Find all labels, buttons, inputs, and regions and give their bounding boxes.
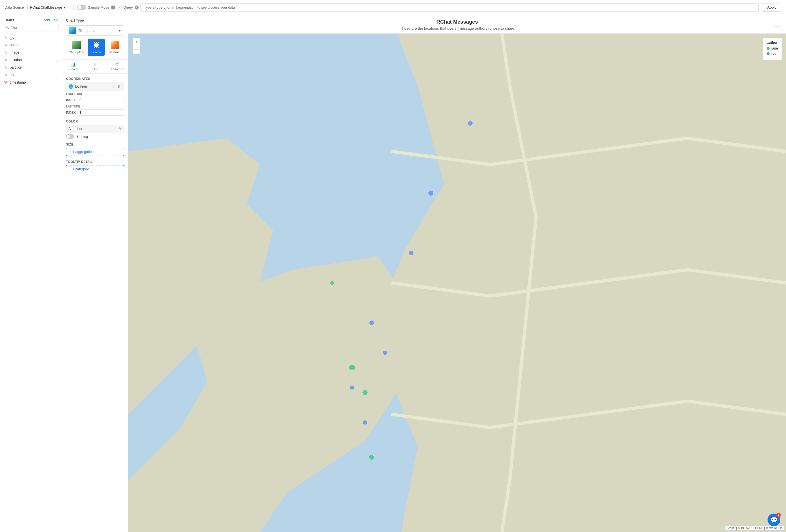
tab-filter[interactable]: ▽ Filter [84,59,106,73]
field-item-image[interactable]: A image [1,49,61,56]
size-group: Size + + aggregation [66,143,124,156]
map-point-7[interactable] [350,385,354,390]
heatmap-icon [111,41,119,49]
scatter-label: Scatter [91,50,101,54]
chat-icon: 💬 [770,516,778,523]
color-field-type-icon: A [68,126,71,131]
longitude-index-input[interactable] [77,97,125,103]
map-subtitle: These are the locations that users (mess… [134,26,780,30]
field-item-partition[interactable]: A partition [1,64,61,71]
latitude-group: LATITUDE INDEX [66,105,124,116]
binning-toggle[interactable] [66,134,74,139]
leaflet-link[interactable]: Leaflet [726,527,735,530]
size-plus-icon: + [69,150,71,154]
coordinates-group: Coordinates 🌐 location ⤢ 🗑 LONGITUDE IND… [66,77,124,116]
map-point-9[interactable] [363,420,368,425]
map-point-0[interactable] [468,121,473,126]
topbar: Data Source RChat.ChatMessage ▾ Sample M… [0,0,786,15]
query-label: Query [123,5,133,9]
field-type-icon-location: # [3,58,8,62]
zoom-out-button[interactable]: − [132,46,140,54]
chart-type-section: Chart Type Geospatial ▾ Choropleth Scatt… [62,15,128,59]
tooltip-add-category[interactable]: + + category [66,165,124,173]
field-array-icon-location: [] [56,58,58,62]
color-group: Color A author 🗑 Binning [66,120,124,139]
map-point-6[interactable] [349,364,355,371]
map-point-1[interactable] [428,190,434,196]
zoom-in-button[interactable]: + [132,38,140,46]
binning-row: Binning [66,134,124,139]
add-field-button[interactable]: + Add Field [41,18,58,22]
longitude-index-label: INDEX [66,98,76,102]
coordinates-field-tag: 🌐 location ⤢ 🗑 [66,82,124,91]
customize-tab-icon: ⚙ [115,62,119,67]
fields-search: 🔍 [3,24,59,31]
map-point-8[interactable] [362,390,368,395]
map-header: RChat Messages These are the locations t… [128,15,786,34]
map-attribution: Leaflet | © 1987-2019 HERE | Terms of Us… [725,526,784,530]
chat-bubble-button[interactable]: 💬 2 [767,513,780,526]
attribution-text: | © 1987-2019 HERE | [736,527,765,530]
delete-coordinates-icon[interactable]: 🗑 [117,84,122,89]
binning-label: Binning [76,135,88,139]
tooltip-label: Tooltip Detail [66,160,124,163]
field-item-text[interactable]: A text [1,71,61,79]
map-controls: + − [132,38,140,54]
heatmap-sub-type[interactable]: Heatmap [106,39,124,56]
field-name-location: location [10,58,55,62]
fields-panel: Fields + Add Field 🔍 A _id A author A im… [0,15,62,532]
sample-mode-info-icon[interactable]: i [111,5,115,9]
binning-knob [67,135,70,138]
map-point-2[interactable] [409,250,414,256]
chart-type-section-title: Chart Type [66,19,124,23]
color-field-name: author [73,127,116,131]
field-item-timestamp[interactable]: 📅 timestamp [1,79,61,86]
map-legend: author jane rod [763,38,782,59]
latitude-index-label: INDEX [66,111,76,114]
choropleth-sub-type[interactable]: Choropleth [66,39,87,56]
map-point-10[interactable] [369,455,374,460]
tab-customize[interactable]: ⚙ Customize [106,59,128,73]
field-name-_id: _id [10,35,58,40]
longitude-label: LONGITUDE [66,93,124,96]
color-label: Color [66,120,124,123]
chart-type-arrow-icon: ▾ [119,28,121,33]
fields-title: Fields [3,18,15,22]
chart-type-selector[interactable]: Geospatial ▾ [66,25,124,36]
latitude-index-input[interactable] [77,109,125,116]
latitude-index-row: INDEX [66,109,124,116]
sample-mode-group: Sample Mode i [77,5,115,10]
globe-icon: 🌐 [68,84,73,89]
size-add-aggregation[interactable]: + + aggregation [66,148,124,156]
query-info-icon[interactable]: i [135,5,139,9]
map-area[interactable]: + − author jane rod Leaflet | [128,34,786,532]
terms-link[interactable]: Terms of Use [765,527,783,530]
field-item-author[interactable]: A author [1,41,61,49]
map-point-3[interactable] [330,281,334,285]
tab-encode[interactable]: 📊 Encode [62,59,84,73]
map-title: RChat Messages [134,19,780,25]
size-label: Size [66,143,124,146]
fields-header: Fields + Add Field [0,15,62,24]
field-item-location[interactable]: # location [] [1,56,61,64]
scatter-sub-type[interactable]: Scatter [88,39,105,56]
config-panel: Chart Type Geospatial ▾ Choropleth Scatt… [62,15,128,532]
datasource-arrow-icon: ▾ [64,5,71,9]
legend-item-jane: jane [767,46,778,50]
apply-button[interactable]: Apply [762,3,781,11]
expand-field-icon[interactable]: ⤢ [112,84,116,89]
field-name-author: author [10,43,58,47]
datasource-select[interactable]: RChat.ChatMessage ▾ [27,4,73,11]
sample-mode-toggle[interactable] [77,5,86,10]
fields-list: A _id A author A image # location [] A p… [0,34,62,532]
map-options-button[interactable]: ··· [773,19,781,26]
datasource-value: RChat.ChatMessage [30,5,62,9]
map-point-5[interactable] [382,350,387,355]
query-input[interactable] [140,3,759,11]
fields-filter-input[interactable] [3,24,59,31]
arrow-separator-icon: › [118,5,120,10]
map-point-4[interactable] [369,320,374,325]
field-item-_id[interactable]: A _id [1,34,61,41]
delete-color-field-icon[interactable]: 🗑 [118,127,122,131]
legend-item-rod: rod [767,52,778,56]
